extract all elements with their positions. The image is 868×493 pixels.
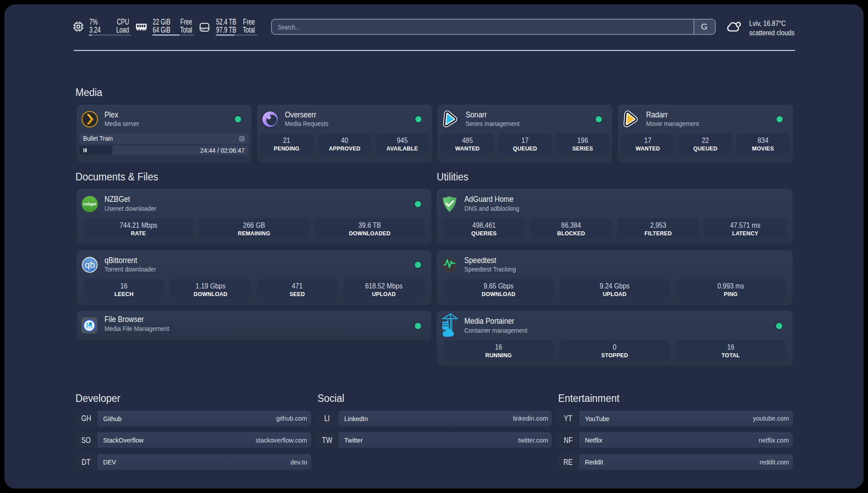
svg-text:nzbget: nzbget (83, 202, 96, 206)
svg-text:qb: qb (85, 260, 95, 270)
